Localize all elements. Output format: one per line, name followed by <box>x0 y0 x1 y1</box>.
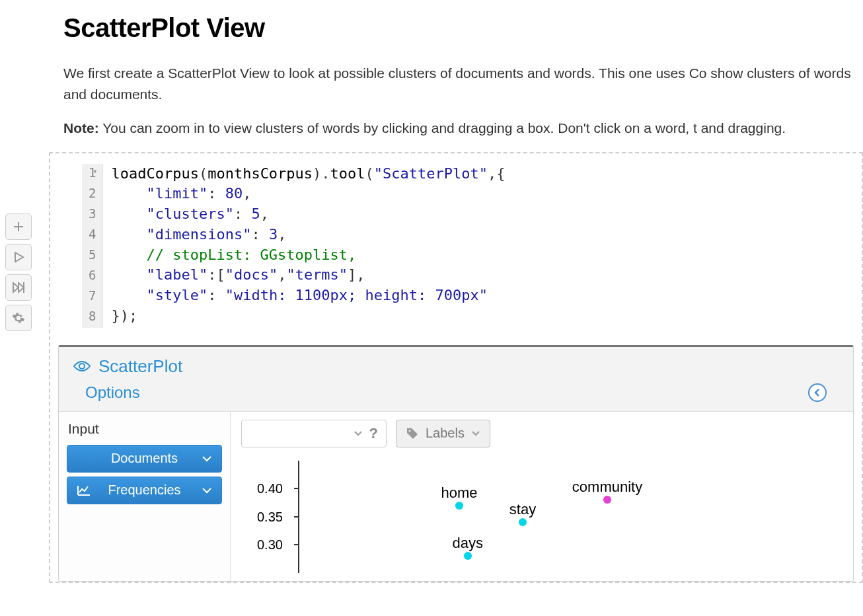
chevron-down-icon <box>202 486 212 494</box>
frequencies-dropdown[interactable]: Frequencies <box>67 477 222 504</box>
tag-icon <box>406 427 419 440</box>
labels-dropdown[interactable]: Labels <box>396 420 490 447</box>
line-gutter: 1 2 3 4 5 6 7 8 <box>82 164 103 328</box>
line-number: 4 <box>89 225 96 246</box>
note-text: Note: You can zoom in to view clusters o… <box>63 118 856 139</box>
scatter-point-label: days <box>453 535 483 552</box>
eye-icon <box>72 360 92 373</box>
chevron-left-icon <box>813 388 822 397</box>
input-section-label: Input <box>63 417 226 441</box>
run-all-button[interactable] <box>5 274 32 301</box>
line-number: 7 <box>89 287 96 307</box>
play-icon <box>13 251 24 263</box>
fast-forward-icon <box>12 282 25 293</box>
scatter-point[interactable] <box>464 552 472 560</box>
options-label[interactable]: Options <box>85 383 140 402</box>
y-tick-label: 0.40 <box>257 481 840 496</box>
svg-point-0 <box>409 430 411 432</box>
add-cell-button[interactable] <box>5 213 32 240</box>
collapse-sidebar-button[interactable] <box>808 383 827 402</box>
search-combo[interactable]: ? <box>241 420 387 447</box>
code-body[interactable]: loadCorpus(monthsCorpus).tool("ScatterPl… <box>103 164 505 328</box>
note-label: Note: <box>63 120 99 135</box>
chevron-down-icon <box>354 430 363 437</box>
intro-text: We first create a ScatterPlot View to lo… <box>63 63 856 104</box>
run-cell-button[interactable] <box>5 244 32 270</box>
scatter-point[interactable] <box>603 496 611 504</box>
scatter-plot[interactable]: 0.400.350.30homestaydayscommunity <box>245 461 843 573</box>
code-cell[interactable]: 1 2 3 4 5 6 7 8 loadCorpus(monthsCorpus)… <box>49 152 863 583</box>
y-tick-label: 0.35 <box>257 509 840 524</box>
scatter-point[interactable] <box>455 502 463 510</box>
code-editor[interactable]: 1 2 3 4 5 6 7 8 loadCorpus(monthsCorpus)… <box>50 153 862 338</box>
scatter-point-label: community <box>572 479 642 496</box>
line-number: 1 <box>89 164 96 184</box>
scatter-point[interactable] <box>519 518 527 526</box>
settings-button[interactable] <box>5 305 32 331</box>
scatter-point-label: stay <box>509 501 536 518</box>
chevron-down-icon <box>202 455 212 463</box>
help-icon[interactable]: ? <box>369 425 378 442</box>
panel-title: ScatterPlot <box>72 356 840 377</box>
panel-header: ScatterPlot Options <box>59 347 853 412</box>
gear-icon <box>12 311 25 325</box>
line-number: 6 <box>89 266 96 287</box>
chart-line-icon <box>77 484 91 496</box>
line-number: 3 <box>89 205 96 225</box>
y-tick-label: 0.30 <box>257 537 840 553</box>
scatterplot-panel: ScatterPlot Options Input Documents <box>58 345 854 582</box>
options-sidebar: Input Documents Frequencies <box>59 412 231 581</box>
line-number: 5 <box>89 246 96 266</box>
documents-dropdown[interactable]: Documents <box>67 445 222 473</box>
chart-area[interactable]: ? Labels 0.400.350.30homestaydayscommuni… <box>231 412 853 581</box>
line-number: 8 <box>89 307 96 328</box>
line-number: 2 <box>89 184 96 205</box>
page-title: ScatterPlot View <box>63 13 863 43</box>
scatter-point-label: home <box>441 484 477 502</box>
plus-icon <box>12 220 25 233</box>
chevron-down-icon <box>471 430 480 437</box>
